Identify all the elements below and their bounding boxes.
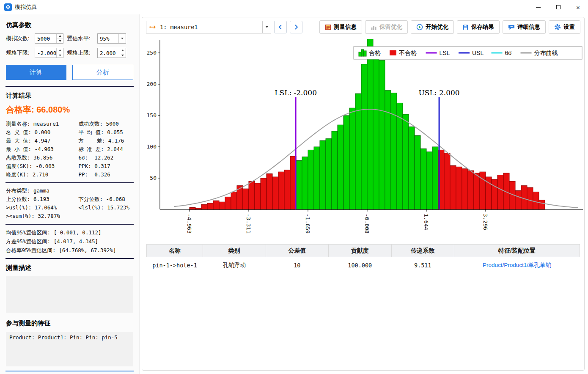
window-titlebar: 模拟仿真 × <box>0 0 588 14</box>
stat-item: 标 准 差: 2.044 <box>79 145 133 154</box>
chevron-down-icon[interactable] <box>118 34 126 43</box>
svg-text:-3.311: -3.311 <box>245 214 252 234</box>
stat-item: 峰度(K): 2.710 <box>6 170 79 179</box>
keep-optimization-button[interactable]: 保留优化 <box>365 20 408 34</box>
stat-item: 方 差: 4.176 <box>79 137 133 145</box>
svg-text:合格: 合格 <box>369 50 381 56</box>
cell-tolerance: 10 <box>266 257 328 273</box>
param-grid: 模拟次数: 置信水平: 95% 规格下限: 规格上限: <box>6 33 133 58</box>
svg-text:50: 50 <box>150 175 157 181</box>
col-contribution: 贡献度 <box>329 245 391 257</box>
params-title: 仿真参数 <box>6 21 133 29</box>
spec-upper-input[interactable] <box>98 48 119 58</box>
bar-chart-icon <box>371 24 377 30</box>
maximize-icon <box>556 5 561 9</box>
save-icon <box>462 24 469 30</box>
play-icon <box>416 24 423 30</box>
col-name: 名称 <box>147 245 203 257</box>
features-title: 参与测量的特征 <box>6 319 133 327</box>
spec-upper-stepper[interactable] <box>97 48 126 58</box>
sim-count-stepper[interactable] <box>35 33 63 44</box>
save-results-button[interactable]: 保存结果 <box>457 20 500 34</box>
minimize-button[interactable] <box>528 0 548 14</box>
distribution-grid: 分布类型: gamma 上分位数: 6.193下分位数: -6.068 >usl… <box>6 187 133 220</box>
measure-description-box[interactable] <box>6 276 133 313</box>
stat-item: 最 小 值: -4.963 <box>6 145 79 154</box>
orange-arrow-icon <box>149 25 157 30</box>
pass-rate-value: 66.080% <box>36 105 70 114</box>
cell-contribution: 100.000 <box>329 257 391 273</box>
spinner-arrows-icon[interactable] <box>56 34 63 43</box>
svg-text:100: 100 <box>147 143 157 150</box>
pass-rate: 合格率: 66.080% <box>6 104 133 116</box>
divider <box>5 258 134 259</box>
svg-text:6σ: 6σ <box>505 50 512 56</box>
svg-text:3.296: 3.296 <box>482 214 489 230</box>
contribution-table: 名称 类别 公差值 贡献度 传递系数 特征/装配位置 pin-1->hole-1… <box>146 244 580 273</box>
dist-item: >usl(%): 17.064% <box>6 204 79 212</box>
feature-position-link[interactable]: Product/Product1/单孔单销 <box>454 257 580 273</box>
spinner-arrows-icon[interactable] <box>56 48 63 58</box>
divider <box>5 86 134 87</box>
col-tolerance: 公差值 <box>266 245 328 257</box>
divider <box>5 182 134 183</box>
variance-confidence-interval: 方差95%置信区间: [4.017, 4.345] <box>6 237 133 246</box>
stat-item: PPK: 0.317 <box>79 162 133 170</box>
svg-text:LSL: -2.000: LSL: -2.000 <box>275 88 317 97</box>
histogram-svg: 50100150200250-4.963-3.311-1.659-0.0081.… <box>146 37 585 239</box>
stat-item: 离散系数: 36.856 <box>6 154 79 162</box>
measure-select[interactable]: 1: measure1 <box>146 21 271 33</box>
chevron-down-icon[interactable] <box>262 21 271 33</box>
svg-text:-0.008: -0.008 <box>364 214 370 234</box>
stat-item: PP: 0.326 <box>79 170 133 179</box>
calculate-button[interactable]: 计算 <box>6 65 66 80</box>
stats-grid: 测量名称: measure1成功次数: 5000 名 义 值: 0.000平 均… <box>6 120 133 179</box>
dist-item: 分布类型: gamma <box>6 187 79 195</box>
analyze-button[interactable]: 分析 <box>72 65 134 80</box>
svg-text:不合格: 不合格 <box>399 50 417 56</box>
spec-lower-input[interactable] <box>35 48 56 58</box>
results-panel: 1: measure1 测量信息 保留优化 开始优化 <box>142 17 585 371</box>
maximize-button[interactable] <box>548 0 568 14</box>
svg-text:1.644: 1.644 <box>423 214 429 230</box>
app-icon <box>4 3 12 11</box>
histogram-chart: 50100150200250-4.963-3.311-1.659-0.0081.… <box>146 37 582 241</box>
sim-count-label: 模拟次数: <box>6 35 31 42</box>
stat-item: 平 均 值: 0.055 <box>79 128 133 137</box>
details-button[interactable]: 详细信息 <box>503 20 546 34</box>
cell-transfer-coeff: 9.511 <box>391 257 454 273</box>
simulation-sidebar: 仿真参数 模拟次数: 置信水平: 95% 规格下限: 规格上限: <box>0 14 140 374</box>
next-measure-button[interactable] <box>290 21 302 33</box>
spec-lower-stepper[interactable] <box>35 48 63 58</box>
spec-upper-label: 规格上限: <box>67 49 94 57</box>
svg-text:USL: USL <box>472 50 484 56</box>
col-transfer-coeff: 传递系数 <box>391 245 454 257</box>
stat-item: 6σ: 12.262 <box>79 154 133 162</box>
sim-count-input[interactable] <box>35 34 56 43</box>
results-title: 计算结果 <box>6 92 133 100</box>
passrate-confidence-interval: 合格率95%置信区间: [64.768%, 67.392%] <box>6 246 133 255</box>
svg-text:-1.659: -1.659 <box>305 214 311 234</box>
confidence-select[interactable]: 95% <box>97 33 126 44</box>
cell-name: pin-1->hole-1 <box>147 257 203 273</box>
settings-button[interactable]: 设置 <box>549 20 580 34</box>
divider <box>5 224 134 225</box>
stat-item: 测量名称: measure1 <box>6 120 79 128</box>
close-button[interactable]: × <box>568 0 588 14</box>
measure-info-button[interactable]: 测量信息 <box>319 20 362 34</box>
svg-text:分布曲线: 分布曲线 <box>534 50 558 56</box>
stat-item: 最 大 值: 4.947 <box>6 137 79 145</box>
table-row: pin-1->hole-1 孔销浮动 10 100.000 9.511 Prod… <box>147 257 580 273</box>
svg-text:150: 150 <box>147 112 157 118</box>
window-title: 模拟仿真 <box>15 3 37 11</box>
svg-text:-4.963: -4.963 <box>186 214 192 234</box>
toolbar: 1: measure1 测量信息 保留优化 开始优化 <box>142 17 584 36</box>
confidence-label: 置信水平: <box>67 35 94 42</box>
dist-item: 下分位数: -6.068 <box>79 195 133 204</box>
start-optimization-button[interactable]: 开始优化 <box>411 20 454 34</box>
dist-item: <lsl(%): 15.723% <box>79 204 133 212</box>
prev-measure-button[interactable] <box>274 21 287 33</box>
measured-features-box: Product: Product1: Pin: Pin: pin-5 <box>6 332 133 366</box>
spinner-arrows-icon[interactable] <box>119 48 126 58</box>
chevron-left-icon <box>278 24 283 30</box>
